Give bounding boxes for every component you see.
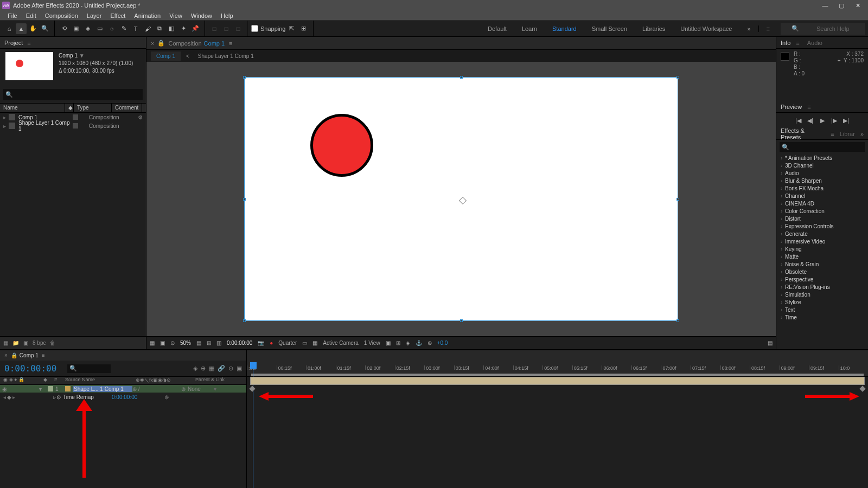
effects-category[interactable]: ›Keying — [776, 245, 868, 253]
col-tag[interactable]: ◆ — [65, 104, 74, 112]
interpret-button[interactable]: ▦ — [3, 340, 8, 346]
last-frame-button[interactable]: ▶| — [842, 117, 851, 124]
project-panel-menu[interactable]: ≡ — [27, 40, 30, 46]
channel-button[interactable]: ● — [270, 340, 273, 346]
comp-tab-name[interactable]: Comp 1 — [204, 40, 225, 47]
next-keyframe[interactable]: ▸ — [12, 394, 15, 400]
tl-icon-6[interactable]: ▣ — [237, 365, 242, 372]
effects-category[interactable]: ›* Animation Presets — [776, 154, 868, 162]
home-button[interactable]: ⌂ — [4, 23, 15, 34]
tl-icon-4[interactable]: 🔗 — [218, 365, 225, 372]
workspace-overflow[interactable]: » — [739, 25, 758, 32]
hand-tool[interactable]: ✋ — [28, 23, 39, 34]
selection-handle[interactable] — [676, 76, 679, 79]
label-color[interactable] — [48, 386, 53, 391]
playhead[interactable] — [250, 362, 257, 369]
zoom-tool[interactable]: 🔍 — [40, 23, 50, 34]
col-switches[interactable]: ⊕✱＼fx▣◉◑⊙ — [136, 377, 195, 384]
timeline-tab-menu[interactable]: ≡ — [42, 352, 45, 358]
effects-category[interactable]: ›Expression Controls — [776, 222, 868, 230]
col-eyeball[interactable]: ◉ ◈ ● 🔒 — [0, 377, 43, 384]
timeline-layer[interactable]: ◉ ▾ 1 Shape L... 1 Comp 1 ⊕ / ⊚ None ▾ — [0, 385, 246, 393]
effects-category[interactable]: ›Generate — [776, 230, 868, 237]
view-layout[interactable]: 1 View — [364, 340, 380, 346]
selection-handle[interactable] — [243, 76, 246, 79]
next-frame-button[interactable]: |▶ — [830, 117, 839, 124]
col-source[interactable]: Source Name — [65, 377, 136, 384]
workspace-untitled[interactable]: Untitled Workspace — [673, 25, 739, 32]
effects-category[interactable]: ›Audio — [776, 169, 868, 177]
snap-opt-2[interactable]: ⊞ — [298, 23, 309, 34]
comp-tab-close[interactable]: × — [151, 40, 154, 47]
fast-preview-button[interactable]: ▤ — [768, 340, 773, 346]
resolution-icon[interactable]: ▤ — [196, 340, 201, 346]
view-opt-4[interactable]: ⚓ — [416, 340, 422, 346]
new-folder-button[interactable]: 📁 — [12, 340, 19, 346]
effects-category[interactable]: ›Time — [776, 313, 868, 321]
shape-ellipse[interactable] — [310, 114, 373, 177]
project-search[interactable]: 🔍 — [3, 89, 143, 100]
roi-button[interactable]: ▭ — [302, 340, 307, 346]
stopwatch-icon[interactable]: ⊙ — [56, 394, 61, 400]
effects-category[interactable]: ›3D Channel — [776, 162, 868, 169]
workspace-smallscreen[interactable]: Small Screen — [584, 25, 635, 32]
menu-edit[interactable]: Edit — [22, 11, 41, 20]
menu-help[interactable]: Help — [216, 11, 238, 20]
menu-window[interactable]: Window — [187, 11, 216, 20]
effects-category[interactable]: ›Stylize — [776, 298, 868, 306]
parent-arrow[interactable]: ▾ — [214, 386, 216, 392]
effects-tab-menu[interactable]: ≡ — [831, 131, 834, 137]
item-flow-icon[interactable]: ⚙ — [138, 114, 143, 120]
tl-icon-3[interactable]: ▦ — [209, 365, 214, 372]
view-opt-1[interactable]: ▣ — [386, 340, 391, 346]
keyframe-toggle[interactable]: ◆ — [7, 394, 11, 400]
rotate-tool[interactable]: ⟲ — [59, 23, 69, 34]
current-time[interactable]: 0:00:00:00 — [4, 363, 56, 374]
effects-category[interactable]: ›CINEMA 4D — [776, 200, 868, 207]
puppet-tool[interactable]: 📌 — [190, 23, 201, 34]
tl-icon-2[interactable]: ⊕ — [201, 365, 206, 372]
search-help[interactable]: 🔍 Search Help — [781, 23, 865, 35]
pickwhip-icon[interactable]: ⊚ — [181, 386, 186, 392]
prev-keyframe[interactable]: ◂ — [3, 394, 6, 400]
clone-tool[interactable]: ⧉ — [154, 23, 165, 34]
property-value[interactable]: 0:00:00:00 — [112, 394, 137, 400]
libraries-tab[interactable]: Librar — [840, 131, 860, 137]
flow-tab[interactable]: Shape Layer 1 Comp 1 — [193, 52, 259, 61]
col-label[interactable]: ◆ — [43, 377, 54, 384]
effects-category[interactable]: ›Immersive Video — [776, 237, 868, 245]
layer-name[interactable]: Shape L... 1 Comp 1 — [73, 386, 132, 392]
layer-duration-bar[interactable] — [250, 377, 865, 385]
selection-tool[interactable]: ▲ — [16, 23, 27, 34]
pan-behind-tool[interactable]: ◈ — [82, 23, 93, 34]
grid-button[interactable]: ⊞ — [207, 340, 211, 346]
zoom-level[interactable]: 50% — [180, 340, 191, 346]
delete-button[interactable]: 🗑 — [50, 340, 55, 346]
project-tab[interactable]: Project — [4, 40, 27, 46]
visibility-toggle[interactable]: ◉ — [0, 386, 7, 392]
timeline-tracks[interactable]: :00f00:15f01:00f01:15f02:00f02:15f03:00f… — [247, 350, 868, 488]
info-tab-menu[interactable]: ≡ — [796, 40, 799, 46]
selection-handle[interactable] — [460, 76, 463, 79]
selection-handle[interactable] — [243, 198, 246, 201]
eraser-tool[interactable]: ◧ — [166, 23, 177, 34]
exposure-reset[interactable]: ⊕ — [427, 340, 432, 346]
comp-info-dropdown[interactable]: ▼ — [79, 53, 85, 59]
bpc-button[interactable]: 8 bpc — [33, 340, 46, 346]
preview-tab[interactable]: Preview — [781, 104, 807, 110]
col-comment[interactable]: Comment — [112, 104, 142, 112]
layer-switches[interactable]: ⊕ / — [132, 386, 181, 392]
col-name[interactable]: Name — [0, 104, 65, 112]
selection-handle[interactable] — [676, 198, 679, 201]
comp-tab-lock[interactable]: 🔒 — [157, 40, 165, 47]
workspace-libraries[interactable]: Libraries — [635, 25, 673, 32]
col-parent[interactable]: Parent & Link — [195, 377, 225, 384]
effects-category[interactable]: ›Obsolete — [776, 268, 868, 275]
menu-file[interactable]: File — [3, 11, 22, 20]
play-button[interactable]: ▶ — [818, 117, 827, 124]
close-button[interactable]: ✕ — [850, 1, 866, 10]
prev-frame-button[interactable]: ◀| — [806, 117, 815, 124]
effects-category[interactable]: ›RE:Vision Plug-ins — [776, 283, 868, 291]
effects-tab[interactable]: Effects & Presets — [781, 127, 831, 140]
info-tab[interactable]: Info — [781, 40, 796, 46]
